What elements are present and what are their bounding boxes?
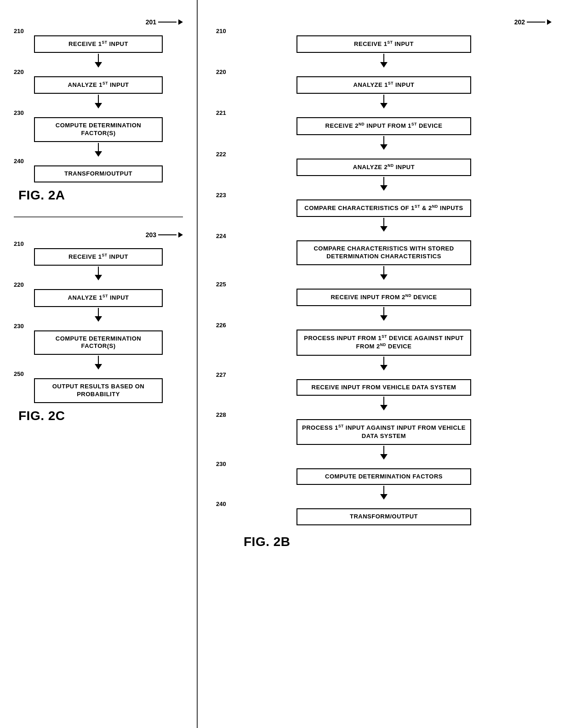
fig2b-box-224: COMPARE CHARACTERISTICS WITH STORED DETE…	[296, 240, 471, 265]
left-column: 201 210 RECEIVE 1ST INPUT	[0, 0, 198, 728]
fig2b-step227-label: 227	[216, 371, 234, 378]
arrow-224-225-2b	[216, 266, 552, 280]
fig2b-box-221: RECEIVE 2ND INPUT FROM 1ST DEVICE	[296, 117, 471, 135]
fig2c-area: 203 210 RECEIVE 1ST INPUT	[14, 231, 183, 423]
fig2b-box-210: RECEIVE 1ST INPUT	[296, 35, 471, 53]
fig2a-box-220: ANALYZE 1ST INPUT	[34, 76, 163, 94]
fig2a-step-240: 240 TRANSFORM/OUTPUT	[14, 158, 183, 182]
fig2b-step224-label: 224	[216, 233, 234, 239]
fig2a-box-230: COMPUTE DETERMINATION FACTOR(S)	[34, 117, 163, 142]
fig2a-area: 201 210 RECEIVE 1ST INPUT	[14, 18, 183, 203]
fig2a-step-210: 210 RECEIVE 1ST INPUT	[14, 28, 183, 53]
fig2b-step228-label: 228	[216, 411, 234, 418]
arrow-226-227-2b	[216, 357, 552, 370]
arrow-227-228-2b	[216, 397, 552, 410]
fig2b-step-222: 222 ANALYZE 2ND INPUT	[216, 151, 552, 176]
fig2c-step-220: 220 ANALYZE 1ST INPUT	[14, 281, 183, 307]
left-divider	[14, 216, 183, 217]
fig2b-step223-label: 223	[216, 192, 234, 199]
fig2b-step226-label: 226	[216, 322, 234, 329]
fig2a-step240-label: 240	[14, 158, 32, 165]
fig2b-ref-number: 202	[514, 18, 525, 26]
fig2b-box-228: PROCESS 1ST INPUT AGAINST INPUT FROM VEH…	[296, 419, 471, 444]
fig2b-step-240: 240 TRANSFORM/OUTPUT	[216, 500, 552, 525]
arrow-220-230-2a	[14, 95, 183, 108]
fig2c-step-210: 210 RECEIVE 1ST INPUT	[14, 240, 183, 266]
fig2c-box-210: RECEIVE 1ST INPUT	[34, 248, 163, 266]
fig2b-step-224: 224 COMPARE CHARACTERISTICS WITH STORED …	[216, 233, 552, 265]
fig2c-step250-label: 250	[14, 370, 32, 377]
fig2b-box-225: RECEIVE INPUT FROM 2ND DEVICE	[296, 289, 471, 306]
fig2c-title: FIG. 2C	[18, 409, 183, 423]
fig2b-box-226: PROCESS INPUT FROM 1ST DEVICE AGAINST IN…	[296, 330, 471, 355]
arrow-210-220-2b	[216, 54, 552, 68]
fig2b-title: FIG. 2B	[244, 535, 552, 549]
arrow-230-240-2a	[14, 143, 183, 157]
fig2c-step220-label: 220	[14, 281, 32, 288]
fig2a-box-240: TRANSFORM/OUTPUT	[34, 165, 163, 182]
fig2c-step210-label: 210	[14, 240, 32, 247]
page-container: 201 210 RECEIVE 1ST INPUT	[0, 0, 570, 728]
fig2a-step-230: 230 COMPUTE DETERMINATION FACTOR(S)	[14, 109, 183, 142]
fig2b-step-221: 221 RECEIVE 2ND INPUT FROM 1ST DEVICE	[216, 109, 552, 135]
fig2c-box-220: ANALYZE 1ST INPUT	[34, 289, 163, 307]
fig2b-step240-label: 240	[216, 500, 234, 507]
arrow-222-223-2b	[216, 177, 552, 191]
fig2c-box-230: COMPUTE DETERMINATION FACTOR(S)	[34, 330, 163, 355]
fig2b-step-227: 227 RECEIVE INPUT FROM VEHICLE DATA SYST…	[216, 371, 552, 396]
fig2b-step-220: 220 ANALYZE 1ST INPUT	[216, 68, 552, 94]
fig2c-ref-number: 203	[146, 231, 156, 239]
fig2c-step-230: 230 COMPUTE DETERMINATION FACTOR(S)	[14, 323, 183, 355]
fig2a-step210-label: 210	[14, 28, 32, 34]
fig2a-step-220: 220 ANALYZE 1ST INPUT	[14, 68, 183, 94]
fig2b-step-223: 223 COMPARE CHARACTERISTICS OF 1ST & 2ND…	[216, 192, 552, 217]
fig2a-title: FIG. 2A	[18, 188, 183, 203]
right-column: 202 210 RECEIVE 1ST INPUT 220 ANALYZE	[198, 0, 570, 728]
fig2b-step230-label: 230	[216, 461, 234, 467]
fig2c-box-250: OUTPUT RESULTS BASED ON PROBABILITY	[34, 378, 163, 403]
fig2b-box-230: COMPUTE DETERMINATION FACTORS	[296, 468, 471, 485]
fig2b-step210-label: 210	[216, 28, 234, 34]
arrow-210-220-2a	[14, 54, 183, 68]
fig2b-step220-label: 220	[216, 68, 234, 75]
fig2b-box-220: ANALYZE 1ST INPUT	[296, 76, 471, 94]
fig2b-step-225: 225 RECEIVE INPUT FROM 2ND DEVICE	[216, 281, 552, 306]
fig2b-step-230: 230 COMPUTE DETERMINATION FACTORS	[216, 461, 552, 485]
arrow-221-222-2b	[216, 136, 552, 150]
arrow-220-221-2b	[216, 95, 552, 108]
fig2b-step-226: 226 PROCESS INPUT FROM 1ST DEVICE AGAINS…	[216, 322, 552, 355]
fig2b-step222-label: 222	[216, 151, 234, 158]
arrow-228-230-2b	[216, 446, 552, 460]
fig2a-box-210: RECEIVE 1ST INPUT	[34, 35, 163, 53]
fig2a-step230-label: 230	[14, 109, 32, 116]
arrow-210-220-2c	[14, 267, 183, 280]
fig2b-box-227: RECEIVE INPUT FROM VEHICLE DATA SYSTEM	[296, 379, 471, 396]
arrow-220-230-2c	[14, 308, 183, 322]
arrow-223-224-2b	[216, 218, 552, 232]
fig2b-box-223: COMPARE CHARACTERISTICS OF 1ST & 2ND INP…	[296, 199, 471, 217]
arrow-230-240-2b	[216, 486, 552, 500]
fig2c-step-250: 250 OUTPUT RESULTS BASED ON PROBABILITY	[14, 370, 183, 403]
fig2a-step220-label: 220	[14, 68, 32, 75]
arrow-225-226-2b	[216, 307, 552, 321]
fig2b-box-240: TRANSFORM/OUTPUT	[296, 508, 471, 525]
fig2b-step225-label: 225	[216, 281, 234, 288]
fig2c-step230-label: 230	[14, 323, 32, 330]
fig2b-step-210: 210 RECEIVE 1ST INPUT	[216, 28, 552, 53]
fig2b-step221-label: 221	[216, 109, 234, 116]
fig2b-box-222: ANALYZE 2ND INPUT	[296, 159, 471, 176]
fig2a-ref-number: 201	[146, 18, 156, 26]
arrow-230-250-2c	[14, 356, 183, 370]
fig2b-step-228: 228 PROCESS 1ST INPUT AGAINST INPUT FROM…	[216, 411, 552, 444]
